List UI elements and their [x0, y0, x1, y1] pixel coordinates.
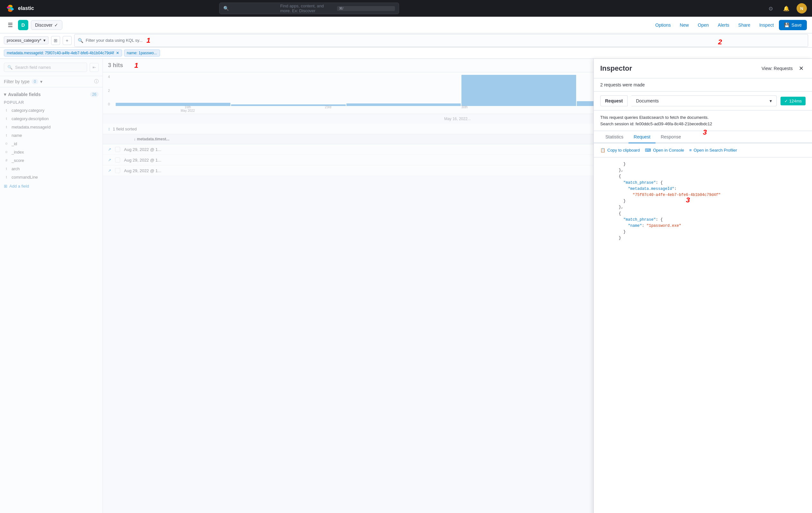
field-item-category-category[interactable]: t category.category — [0, 106, 103, 114]
field-item-name[interactable]: t name — [0, 131, 103, 140]
tab-response[interactable]: Response — [656, 131, 686, 143]
chart-bar — [461, 75, 576, 106]
tab-request[interactable]: Request — [629, 131, 656, 143]
time-badge: ✓ 124ms — [781, 97, 806, 105]
open-profiler-label: Open in Search Profiler — [694, 148, 737, 153]
add-field-label: Add a field — [9, 184, 29, 188]
field-item-arch[interactable]: t arch — [0, 164, 103, 173]
collapse-sidebar-button[interactable]: ⇤ — [90, 63, 99, 72]
new-button[interactable]: New — [676, 20, 693, 30]
inspector-header-right: View: Requests ✕ — [761, 64, 806, 73]
top-navigation: elastic 🔍 Find apps, content, and more. … — [0, 0, 812, 17]
sorted-field-label: 1 field sorted — [113, 126, 137, 131]
view-label: View: Requests — [761, 66, 793, 71]
field-type-text-icon: t — [4, 108, 9, 113]
field-type-text-icon: t — [4, 116, 9, 121]
field-type-id-icon: ⊙ — [4, 149, 9, 154]
field-search-input[interactable]: 🔍 Search field names — [4, 63, 87, 72]
filter-options-button[interactable]: ⊞ — [51, 36, 60, 45]
elastic-logo: elastic — [5, 3, 34, 13]
help-icon-button[interactable]: ⊙ — [766, 3, 776, 13]
console-icon: ⌨ — [645, 148, 651, 153]
tab-statistics[interactable]: Statistics — [600, 131, 629, 143]
inspector-meta: 2 requests were made — [594, 79, 812, 92]
code-string: "1password.exe" — [646, 223, 681, 228]
field-name: commandLine — [11, 175, 38, 180]
filter-pill-2[interactable]: name: 1passwo... — [124, 50, 160, 57]
notifications-icon-button[interactable]: 🔔 — [781, 3, 791, 13]
chart-y-label-0: 0 — [108, 102, 110, 106]
field-item-commandline[interactable]: t commandLine — [0, 173, 103, 181]
request-dropdown[interactable]: Documents ▾ — [631, 95, 777, 106]
search-icon: 🔍 — [7, 65, 12, 70]
inspector-close-button[interactable]: ✕ — [796, 64, 806, 73]
field-item-id[interactable]: ⊙ _id — [0, 140, 103, 148]
open-button[interactable]: Open — [694, 20, 713, 30]
available-fields-header: ▾ Available fields 26 — [0, 90, 103, 99]
fields-section: ▾ Available fields 26 Popular t category… — [0, 87, 103, 513]
active-filters-bar: metadata.messageId: 75f07c40-a4fe-4eb7-b… — [0, 48, 812, 59]
data-view-label: process_category* — [7, 38, 41, 43]
keyboard-shortcut: ⌘/ — [337, 6, 395, 11]
kql-search-input[interactable]: 🔍 Filter your data using KQL sy... 1 — [74, 34, 808, 47]
filter-by-type-button[interactable]: Filter by type 0 ▾ — [4, 79, 92, 84]
annotation-3: 3 — [703, 128, 707, 137]
inspect-button[interactable]: Inspect — [755, 20, 778, 30]
timestamp-col: ↓ metadata.timest... — [134, 137, 169, 141]
row-expand-icon[interactable]: ↗ — [108, 168, 111, 173]
request-desc-line2: Search session id: fe00ddc5-ad39-46fa-8c… — [600, 121, 806, 127]
options-button[interactable]: Options — [651, 20, 674, 30]
open-in-search-profiler-button[interactable]: ≡ Open in Search Profiler — [689, 147, 737, 154]
elastic-logo-icon — [5, 3, 16, 13]
field-item-score[interactable]: # _score — [0, 156, 103, 164]
save-button[interactable]: 💾 Save — [779, 20, 807, 30]
row-timestamp: Aug 29, 2022 @ 1... — [124, 158, 161, 162]
app-navigation: ☰ D Discover ✓ Options New Open Alerts S… — [0, 17, 812, 33]
filter-pill-1-close[interactable]: ✕ — [116, 51, 119, 55]
filter-info-icon[interactable]: ⓘ — [94, 79, 99, 85]
add-filter-button[interactable]: + — [63, 36, 71, 45]
alerts-button[interactable]: Alerts — [714, 20, 733, 30]
popular-label: Popular — [0, 99, 103, 106]
row-expand-icon[interactable]: ↗ — [108, 158, 111, 162]
filter-pill-1[interactable]: metadata.messageId: 75f07c40-a4fe-4eb7-b… — [4, 50, 122, 57]
field-item-index[interactable]: ⊙ _index — [0, 148, 103, 156]
app-switcher-button[interactable]: Discover ✓ — [31, 20, 62, 30]
app-switcher-chevron: ✓ — [54, 23, 58, 28]
col-header-label: metadata.timest... — [137, 137, 169, 141]
add-field-button[interactable]: ⊞ Add a field — [0, 181, 33, 191]
field-item-category-description[interactable]: t category.description — [0, 114, 103, 123]
inspector-header: Inspector View: Requests ✕ — [594, 59, 812, 79]
annotation-1: 1 — [147, 36, 150, 44]
checkbox-col — [121, 137, 128, 141]
code-brace: } }, { — [600, 162, 626, 185]
field-name: _score — [11, 158, 24, 163]
share-button[interactable]: Share — [734, 20, 754, 30]
request-dropdown-label: Documents — [636, 98, 659, 103]
copy-to-clipboard-button[interactable]: 📋 Copy to clipboard — [600, 147, 640, 154]
menu-toggle-button[interactable]: ☰ — [5, 20, 16, 30]
data-view-selector[interactable]: process_category* ▾ — [4, 36, 49, 44]
chart-x-label: 23rd — [325, 105, 331, 113]
request-selector-row: Request Documents ▾ ✓ 124ms — [594, 92, 812, 111]
copy-icon: 📋 — [600, 148, 605, 153]
available-fields-label: Available fields — [8, 92, 40, 97]
global-search-bar[interactable]: 🔍 Find apps, content, and more. Ex: Disc… — [219, 3, 399, 14]
user-avatar[interactable]: N — [796, 3, 807, 13]
app-badge: D — [18, 20, 28, 30]
row-checkbox[interactable] — [115, 168, 120, 173]
row-expand-icon[interactable]: ↗ — [108, 147, 111, 152]
tab-actions: 📋 Copy to clipboard ⌨ Open in Console ≡ … — [594, 143, 812, 157]
field-type-number-icon: # — [4, 158, 9, 163]
row-timestamp: Aug 29, 2022 @ 1... — [124, 168, 161, 173]
row-checkbox[interactable] — [115, 157, 120, 162]
filter-type-count: 0 — [31, 79, 38, 84]
row-checkbox[interactable] — [115, 147, 120, 152]
field-type-text-icon: t — [4, 174, 9, 180]
field-item-metadata-messageid[interactable]: t metadata.messageId — [0, 123, 103, 131]
open-in-console-button[interactable]: ⌨ Open in Console — [645, 147, 684, 154]
sort-icon: ↕ — [108, 126, 110, 131]
left-sidebar: 🔍 Search field names ⇤ Filter by type 0 … — [0, 59, 103, 513]
field-name: category.category — [11, 108, 45, 113]
request-button[interactable]: Request — [600, 95, 628, 106]
